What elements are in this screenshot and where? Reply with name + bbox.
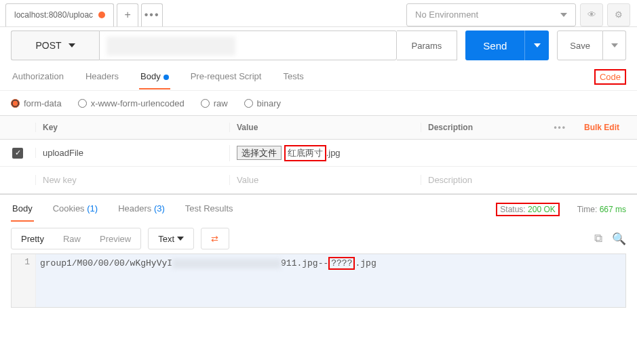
kv-header-row: Key Value Description•••Bulk Edit [0, 115, 637, 140]
env-preview-button[interactable]: 👁 [580, 3, 603, 26]
env-label: No Environment [415, 9, 478, 20]
new-desc-input[interactable]: Description [421, 175, 637, 185]
blurred-segment [172, 259, 281, 268]
save-options-button[interactable] [603, 31, 626, 60]
resp-tab-tests[interactable]: Test Results [184, 197, 235, 222]
tab-tests[interactable]: Tests [282, 64, 305, 89]
chevron-down-icon [69, 43, 75, 47]
kv-options-button[interactable]: ••• [547, 123, 573, 132]
response-body: 1 group1/M00/00/00/wKgHyVyI911.jpg--????… [11, 254, 626, 308]
settings-button[interactable]: ⚙ [607, 3, 630, 26]
view-preview[interactable]: Preview [90, 228, 140, 249]
kv-new-row: New key Value Description [0, 167, 637, 194]
kv-key-cell[interactable]: uploadFile [35, 148, 229, 158]
kv-row: ✓ uploadFile 选择文件 红底两寸.jpg [0, 140, 637, 167]
radio-raw[interactable]: raw [201, 98, 228, 108]
format-selector[interactable]: Text [148, 228, 193, 249]
kv-value-cell[interactable]: 选择文件 红底两寸.jpg [229, 145, 421, 161]
new-key-input[interactable]: New key [35, 175, 229, 185]
tab-prerequest[interactable]: Pre-request Script [189, 64, 263, 89]
url-input[interactable] [99, 31, 397, 60]
send-options-button[interactable] [524, 31, 549, 60]
kv-header-key: Key [35, 123, 229, 132]
new-value-input[interactable]: Value [229, 175, 421, 185]
view-raw[interactable]: Raw [54, 228, 90, 249]
resp-tab-body[interactable]: Body [11, 197, 34, 222]
choose-file-button[interactable]: 选择文件 [237, 146, 282, 160]
environment-selector[interactable]: No Environment [406, 3, 576, 26]
body-type-row: form-data x-www-form-urlencoded raw bina… [0, 91, 637, 115]
chevron-down-icon [177, 237, 184, 241]
highlighted-segment: ???? [328, 257, 355, 270]
kv-header-desc: Description•••Bulk Edit [421, 123, 637, 132]
radio-form-data[interactable]: form-data [11, 98, 62, 108]
file-ext: .jpg [326, 148, 341, 158]
line-number: 1 [12, 254, 36, 307]
kv-header-value: Value [229, 123, 421, 132]
file-name-highlighted: 红底两寸 [284, 145, 326, 161]
http-method-selector[interactable]: POST [11, 31, 99, 60]
radio-urlencoded[interactable]: x-www-form-urlencoded [78, 98, 185, 108]
row-checkbox[interactable]: ✓ [12, 148, 23, 159]
response-text[interactable]: group1/M00/00/00/wKgHyVyI911.jpg--????.j… [36, 254, 625, 307]
modified-dot-icon [163, 75, 169, 80]
request-url-row: POST Params Send Save [0, 27, 637, 64]
plus-icon: + [124, 9, 130, 21]
bulk-edit-link[interactable]: Bulk Edit [573, 123, 630, 132]
save-button[interactable]: Save [557, 31, 603, 60]
url-blurred [107, 37, 235, 56]
resp-tab-headers[interactable]: Headers (3) [117, 197, 166, 222]
request-section-tabs: Authorization Headers Body Pre-request S… [0, 64, 637, 91]
request-tab[interactable]: localhost:8080/uploac [5, 3, 114, 26]
resp-tab-cookies[interactable]: Cookies (1) [52, 197, 99, 222]
radio-binary[interactable]: binary [244, 98, 281, 108]
tab-title: localhost:8080/uploac [14, 10, 93, 20]
view-pretty[interactable]: Pretty [12, 228, 54, 249]
chevron-down-icon [560, 13, 567, 17]
ellipsis-icon: ••• [144, 9, 160, 21]
response-tabs: Body Cookies (1) Headers (3) Test Result… [0, 194, 637, 224]
eye-icon: 👁 [587, 9, 596, 20]
gear-icon: ⚙ [615, 9, 623, 20]
tab-headers[interactable]: Headers [84, 64, 120, 89]
wrap-toggle-button[interactable]: ⇄ [201, 228, 229, 249]
time-indicator: Time: 667 ms [577, 205, 626, 214]
unsaved-dot-icon [98, 12, 105, 18]
params-button[interactable]: Params [397, 31, 458, 60]
view-mode-group: Pretty Raw Preview [11, 228, 141, 249]
method-label: POST [35, 40, 61, 51]
chevron-down-icon [611, 43, 618, 47]
send-button[interactable]: Send [465, 31, 524, 60]
chevron-down-icon [534, 43, 541, 47]
code-link[interactable]: Code [594, 69, 626, 85]
copy-icon[interactable]: ⧉ [594, 232, 602, 246]
status-indicator: Status: 200 OK [496, 205, 559, 214]
new-tab-button[interactable]: + [117, 3, 138, 26]
tab-bar: localhost:8080/uploac + ••• No Environme… [0, 0, 637, 27]
search-icon[interactable]: 🔍 [612, 232, 626, 246]
wrap-icon: ⇄ [211, 234, 218, 244]
tab-authorization[interactable]: Authorization [11, 64, 65, 89]
response-toolbar: Pretty Raw Preview Text ⇄ ⧉ 🔍 [0, 224, 637, 254]
tab-body[interactable]: Body [139, 64, 170, 89]
tab-options-button[interactable]: ••• [141, 3, 163, 26]
